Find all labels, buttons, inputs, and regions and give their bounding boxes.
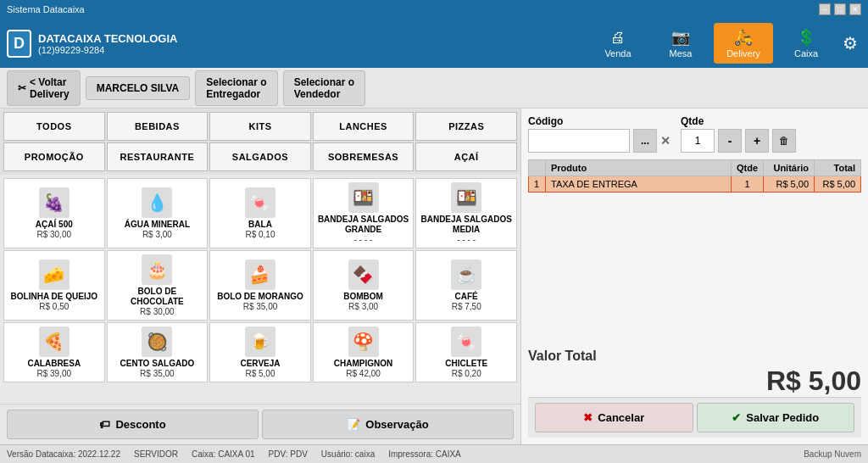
dots-button[interactable]: ... — [633, 129, 657, 153]
total-area: Valor Total R$ 5,00 — [528, 345, 861, 397]
qtde-row: - + 🗑 — [681, 129, 796, 153]
category-bebidas[interactable]: BEBIDAS — [107, 112, 209, 141]
select-deliverer-label: Selecionar o Entregador — [206, 76, 266, 100]
product-bandeja-media[interactable]: 🍱 BANDEJA SALGADOS MEDIA - - - - — [415, 178, 517, 248]
product-bala[interactable]: 🍬 BALA R$ 0,10 — [209, 178, 311, 248]
qtde-label: Qtde — [681, 115, 796, 127]
save-button[interactable]: ✔ Salvar Pedido — [697, 403, 855, 432]
delivery-icon: 🛵 — [734, 28, 753, 47]
back-button[interactable]: ✂ < Voltar Delivery — [7, 70, 81, 106]
observacao-label: Observação — [365, 418, 428, 431]
close-button[interactable]: ✕ — [849, 3, 861, 15]
row-produto: TAXA DE ENTREGA — [546, 176, 732, 192]
category-kits[interactable]: KITS — [209, 112, 311, 141]
product-cerveja-name: CERVEJA — [240, 359, 280, 369]
product-champignon[interactable]: 🍄 CHAMPIGNON R$ 42,00 — [313, 322, 415, 382]
right-top: Código ... ✕ Qtde - + 🗑 — [528, 115, 861, 153]
nav-delivery[interactable]: 🛵 Delivery — [714, 23, 773, 64]
logo-text: D — [14, 35, 25, 52]
product-bandeja-grande-thumb: 🍱 — [348, 182, 379, 213]
cat-kits-label: KITS — [248, 121, 271, 131]
product-cafe[interactable]: ☕ CAFÉ R$ 7,50 — [415, 250, 517, 321]
category-promocao[interactable]: PROMOÇÃO — [3, 142, 105, 171]
row-total: R$ 5,00 — [815, 176, 861, 192]
product-champignon-thumb: 🍄 — [348, 326, 379, 357]
product-calabresa[interactable]: 🍕 CALABRESA R$ 39,00 — [3, 322, 105, 382]
product-calabresa-thumb: 🍕 — [39, 326, 70, 357]
product-acai500[interactable]: 🍇 AÇAÍ 500 R$ 30,00 — [3, 178, 105, 248]
product-agua-price: R$ 3,00 — [142, 230, 172, 239]
category-pizzas[interactable]: PIZZAS — [415, 112, 517, 141]
observacao-button[interactable]: 📝 Observação — [262, 410, 514, 439]
qty-plus-button[interactable]: + — [745, 129, 769, 153]
status-left: Versão Datacaixa: 2022.12.22 SERVIDOR Ca… — [7, 449, 461, 459]
product-cento-salgado[interactable]: 🥘 CENTO SALGADO R$ 35,00 — [107, 322, 209, 382]
status-version: Versão Datacaixa: 2022.12.22 — [7, 449, 120, 459]
product-bombom-thumb: 🍫 — [348, 259, 379, 290]
product-calabresa-price: R$ 39,00 — [37, 369, 72, 378]
nav-mesa[interactable]: 📷 Mesa — [651, 23, 710, 64]
product-agua-name: ÁGUA MINERAL — [125, 220, 190, 230]
category-sobremesas[interactable]: SOBREMESAS — [313, 142, 415, 171]
seller-name-label: MARCELO SILVA — [97, 82, 180, 94]
select-seller-button[interactable]: Selecionar o Vendedor — [283, 70, 365, 106]
product-bolo-morango[interactable]: 🍰 BOLO DE MORANGO R$ 35,00 — [209, 250, 311, 321]
product-bombom[interactable]: 🍫 BOMBOM R$ 3,00 — [313, 250, 415, 321]
product-cento-name: CENTO SALGADO — [120, 359, 195, 369]
window-title: Sistema Datacaixa — [7, 4, 85, 14]
save-label: Salvar Pedido — [746, 411, 819, 424]
product-bombom-name: BOMBOM — [343, 292, 383, 302]
product-bolo-mor-price: R$ 35,00 — [243, 302, 278, 311]
row-unitario: R$ 5,00 — [764, 176, 815, 192]
product-bala-price: R$ 0,10 — [245, 230, 275, 239]
select-deliverer-button[interactable]: Selecionar o Entregador — [195, 70, 277, 106]
product-chiclete-thumb: 🍬 — [451, 326, 481, 357]
codigo-row: ... ✕ — [528, 129, 670, 153]
product-bolo-chocolate[interactable]: 🎂 BOLO DE CHOCOLATE R$ 30,00 — [107, 250, 209, 321]
product-cerveja[interactable]: 🍺 CERVEJA R$ 5,00 — [209, 322, 311, 382]
category-acai[interactable]: AÇAÍ — [415, 142, 517, 171]
settings-button[interactable]: ⚙ — [839, 30, 861, 57]
codigo-input[interactable] — [528, 129, 630, 153]
qty-minus-button[interactable]: - — [718, 129, 742, 153]
cat-acai-label: AÇAÍ — [454, 152, 479, 162]
qty-delete-button[interactable]: 🗑 — [772, 129, 796, 153]
desconto-button[interactable]: 🏷 Desconto — [7, 410, 259, 439]
product-agua[interactable]: 💧 ÁGUA MINERAL R$ 3,00 — [107, 178, 209, 248]
product-bolinha-thumb: 🧀 — [39, 259, 70, 290]
category-lanches[interactable]: LANCHES — [313, 112, 415, 141]
right-panel: Código ... ✕ Qtde - + 🗑 — [521, 109, 868, 444]
action-bar: ✖ Cancelar ✔ Salvar Pedido — [528, 397, 861, 438]
nav-delivery-label: Delivery — [726, 48, 760, 59]
category-todos[interactable]: TODOS — [3, 112, 105, 141]
category-salgados[interactable]: SALGADOS — [209, 142, 311, 171]
product-agua-thumb: 💧 — [142, 187, 172, 218]
maximize-button[interactable]: □ — [834, 3, 846, 15]
back-icon: ✂ — [18, 82, 26, 94]
nav-venda[interactable]: 🖨 Venda — [588, 24, 648, 64]
product-bolinha-queijo[interactable]: 🧀 BOLINHA DE QUEIJO R$ 0,50 — [3, 250, 105, 321]
desconto-icon: 🏷 — [99, 418, 110, 431]
product-cafe-thumb: ☕ — [451, 259, 481, 290]
nav-caixa[interactable]: 💲 Caixa — [776, 23, 836, 64]
product-champignon-price: R$ 42,00 — [346, 369, 381, 378]
product-acai500-thumb: 🍇 — [39, 187, 70, 218]
product-bandeja-grande[interactable]: 🍱 BANDEJA SALGADOS GRANDE - - - - — [313, 178, 415, 248]
nav-mesa-label: Mesa — [670, 48, 693, 59]
window-controls[interactable]: ─ □ ✕ — [819, 3, 861, 15]
logo-box: D — [7, 30, 31, 58]
left-panel: TODOS BEBIDAS KITS LANCHES PIZZAS PROMOÇ… — [0, 109, 521, 444]
category-restaurante[interactable]: RESTAURANTE — [107, 142, 209, 171]
product-cerveja-thumb: 🍺 — [245, 326, 275, 357]
product-chiclete[interactable]: 🍬 CHICLETE R$ 0,20 — [415, 322, 517, 382]
table-row[interactable]: 1 TAXA DE ENTREGA 1 R$ 5,00 R$ 5,00 — [529, 176, 861, 192]
row-qtde: 1 — [731, 176, 763, 192]
cancel-button[interactable]: ✖ Cancelar — [535, 403, 693, 432]
qty-input[interactable] — [681, 129, 715, 153]
backup-label: Backup Nuvem — [804, 449, 861, 459]
cancel-icon: ✖ — [583, 411, 593, 424]
total-label: Valor Total — [528, 349, 861, 364]
product-bandeja-grande-name: BANDEJA SALGADOS GRANDE — [317, 215, 410, 235]
minimize-button[interactable]: ─ — [819, 3, 831, 15]
seller-name-button[interactable]: MARCELO SILVA — [86, 76, 191, 100]
